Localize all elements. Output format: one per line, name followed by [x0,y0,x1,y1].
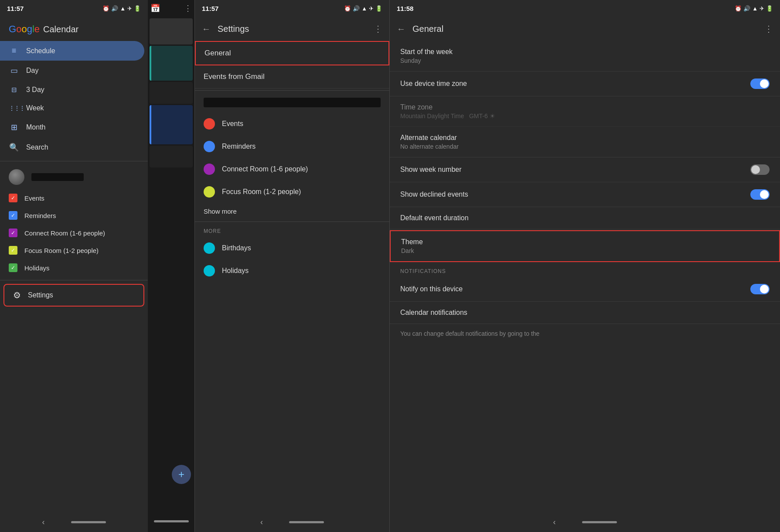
status-time-1: 11:57 [7,5,24,12]
schedule-icon: ≡ [9,46,19,55]
events-gmail-item[interactable]: Events from Gmail [195,65,389,89]
battery-icon-3: 🔋 [766,5,773,12]
cal-connect-room-item[interactable]: Connect Room (1-6 people) [195,158,389,181]
default-event-duration-row[interactable]: Default event duration [390,207,780,229]
avatar [9,169,24,185]
general-setting-item[interactable]: General [195,41,389,65]
calendar-item-focus-room[interactable]: ✓ Focus Room (1-2 people) [0,242,148,259]
status-bar-1: 11:57 ⏰ 🔊 ▲ ✈ 🔋 [0,0,148,17]
mini-more-icon[interactable]: ⋮ [184,3,192,13]
general-back-button[interactable]: ← [397,24,405,34]
status-bar-2: 11:57 ⏰ 🔊 ▲ ✈ 🔋 [195,0,389,17]
sidebar-item-day[interactable]: ▭ Day [0,61,144,81]
use-device-timezone-row[interactable]: Use device time zone [390,72,780,96]
start-of-week-row[interactable]: Start of the week Sunday [390,41,780,72]
mini-event-3 [150,82,193,104]
cal-connect-label: Connect Room (1-6 people) [222,165,308,173]
back-chevron-3[interactable]: ‹ [553,518,556,527]
status-time-2: 11:57 [202,5,218,12]
home-pill-2[interactable] [289,521,324,523]
cal-events-label: Events [222,120,243,128]
cal-focus-dot [204,186,215,198]
cal-focus-room-item[interactable]: Focus Room (1-2 people) [195,181,389,203]
search-icon: 🔍 [9,143,19,152]
theme-row[interactable]: Theme Dark [390,230,780,262]
3day-icon: ⊟ [9,86,19,94]
battery-icon: 🔋 [134,5,141,12]
general-top-bar: ← General ⋮ [390,17,780,41]
notify-on-device-toggle[interactable] [750,284,770,294]
nav-divider [0,161,148,161]
calendar-item-reminders[interactable]: ✓ Reminders [0,207,148,224]
cal-holidays-item[interactable]: Holidays [195,259,389,282]
sidebar: 11:57 ⏰ 🔊 ▲ ✈ 🔋 Google Calendar ≡ Schedu… [0,0,148,532]
cal-birthdays-item[interactable]: Birthdays [195,237,389,259]
sidebar-item-week[interactable]: ⋮⋮⋮ Week [0,99,144,117]
more-section-header: MORE [195,224,389,237]
day-icon: ▭ [9,66,19,75]
cal-reminders-dot [204,141,215,152]
status-icons-3: ⏰ 🔊 ▲ ✈ 🔋 [735,5,773,12]
theme-block: Theme Dark [401,238,423,254]
time-zone-row[interactable]: Time zone Mountain Daylight Time GMT-6 ☀ [390,96,780,127]
status-bar-3: 11:58 ⏰ 🔊 ▲ ✈ 🔋 [390,0,780,17]
time-zone-block: Time zone Mountain Daylight Time GMT-6 ☀ [400,103,495,119]
week-icon: ⋮⋮⋮ [9,105,19,112]
panel-1: 11:57 ⏰ 🔊 ▲ ✈ 🔋 Google Calendar ≡ Schedu… [0,0,195,532]
notify-on-device-row[interactable]: Notify on this device [390,277,780,302]
home-pill-mini[interactable] [154,520,189,522]
back-chevron-1[interactable]: ‹ [42,518,45,527]
settings-menu-item[interactable]: ⚙ Settings [3,284,144,307]
general-more-button[interactable]: ⋮ [764,24,773,34]
sidebar-nav: ≡ Schedule ▭ Day ⊟ 3 Day ⋮⋮⋮ Week ⊞ Mont… [0,39,148,512]
mini-strip-header: 📅 ⋮ [148,0,194,17]
wifi-icon-3: ▲ [752,5,758,12]
start-of-week-block: Start of the week Sunday [400,48,453,64]
calendar-notifications-row[interactable]: Calendar notifications [390,302,780,324]
sidebar-item-schedule[interactable]: ≡ Schedule [0,41,144,61]
theme-title: Theme [401,238,423,246]
gear-icon: ⚙ [13,290,21,300]
settings-more-button[interactable]: ⋮ [374,24,382,34]
show-declined-events-row[interactable]: Show declined events [390,182,780,207]
section-divider-2 [195,222,389,222]
sidebar-item-search[interactable]: 🔍 Search [0,137,144,157]
fab-button[interactable]: + [172,465,191,484]
notifications-section-header: NOTIFICATIONS [390,263,780,277]
cal-holidays-dot [204,265,215,276]
cal-focus-label: Focus Room (1-2 people) [222,188,301,196]
show-declined-events-toggle[interactable] [750,189,770,200]
show-week-number-row[interactable]: Show week number [390,157,780,182]
show-week-number-toggle[interactable] [750,164,770,175]
show-declined-events-block: Show declined events [400,191,468,198]
notification-description: You can change default notifications by … [390,324,780,344]
home-pill-1[interactable] [71,521,106,523]
cal-events-item[interactable]: Events [195,113,389,135]
general-label: General [204,49,231,57]
back-chevron-2[interactable]: ‹ [260,518,263,527]
volume-icon: 🔊 [111,5,118,12]
use-device-timezone-toggle[interactable] [750,78,770,89]
alarm-icon-2: ⏰ [344,5,351,12]
nav-label-month: Month [26,123,45,131]
calendar-item-events[interactable]: ✓ Events [0,189,148,207]
alternate-calendar-row[interactable]: Alternate calendar No alternate calendar [390,127,780,157]
time-zone-subtitle: Mountain Daylight Time GMT-6 ☀ [400,113,495,119]
settings-top-bar: ← Settings ⋮ [195,17,389,41]
nav-label-week: Week [26,104,44,112]
bottom-bar-3: ‹ [390,512,780,532]
home-pill-3[interactable] [582,521,617,523]
settings-label: Settings [28,291,53,299]
calendar-item-connect-room[interactable]: ✓ Connect Room (1-6 people) [0,224,148,242]
settings-back-button[interactable]: ← [202,24,211,34]
user-profile[interactable] [0,165,148,189]
calendar-item-holidays[interactable]: ✓ Holidays [0,259,148,276]
sidebar-item-3day[interactable]: ⊟ 3 Day [0,81,144,99]
airplane-icon-2: ✈ [369,5,374,12]
sidebar-item-month[interactable]: ⊞ Month [0,117,144,137]
mini-event-2 [150,46,193,81]
cal-reminders-item[interactable]: Reminders [195,135,389,158]
calendar-icon[interactable]: 📅 [150,3,160,13]
show-more-button[interactable]: Show more [195,203,389,220]
volume-icon-3: 🔊 [743,5,750,12]
